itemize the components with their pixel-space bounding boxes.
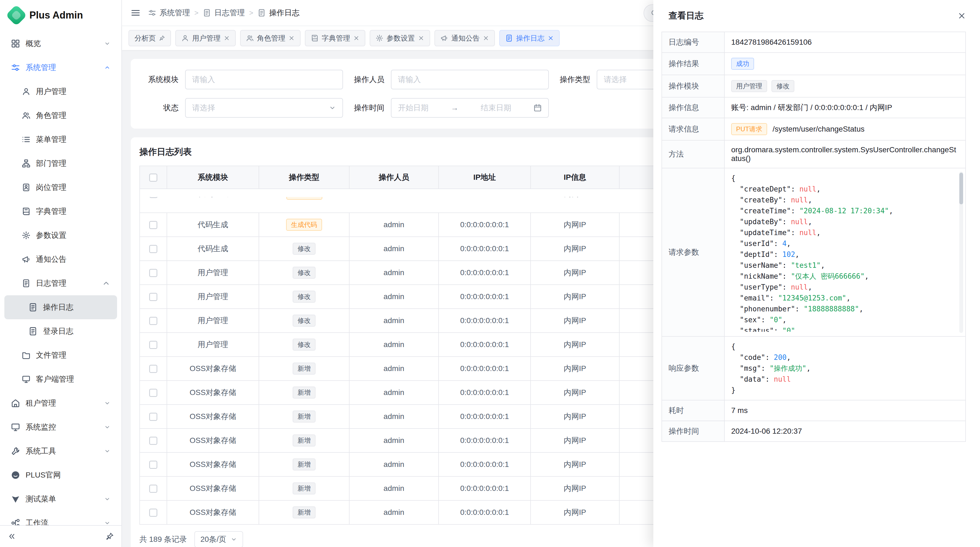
- sidebar-item-menu-mgmt[interactable]: 菜单管理: [4, 128, 117, 152]
- module-badge: 用户管理: [731, 80, 767, 92]
- row-checkbox[interactable]: [149, 437, 158, 445]
- detail-row-info: 操作信息 账号: admin / 研发部门 / 0:0:0:0:0:0:0:1 …: [662, 97, 966, 118]
- vite-icon: [11, 494, 20, 504]
- megaphone-icon: [441, 34, 448, 42]
- log-id-value: 1842781986426159106: [724, 32, 966, 53]
- row-checkbox[interactable]: [150, 197, 158, 198]
- tab-operation-log[interactable]: 操作日志: [499, 30, 560, 46]
- sidebar-item-dept-mgmt[interactable]: 部门管理: [4, 152, 117, 175]
- tab-notice[interactable]: 通知公告: [434, 30, 495, 46]
- row-checkbox[interactable]: [149, 245, 158, 253]
- sidebar-item-workflow[interactable]: 工作流: [4, 511, 117, 525]
- row-checkbox[interactable]: [149, 509, 158, 517]
- collapse-sidebar-icon[interactable]: [8, 532, 16, 541]
- chevron-down-icon: [231, 536, 237, 543]
- operator-input[interactable]: [391, 70, 549, 89]
- module-input[interactable]: [185, 70, 343, 89]
- page-size-select[interactable]: 20条/页: [194, 531, 243, 547]
- tab-param-settings[interactable]: 参数设置: [370, 30, 430, 46]
- row-checkbox[interactable]: [149, 389, 158, 397]
- monitor-icon: [11, 423, 20, 432]
- app-logo[interactable]: Plus Admin: [0, 0, 121, 30]
- sidebar-item-tenant-mgmt[interactable]: 租户管理: [4, 391, 117, 415]
- sidebar-item-system-mgmt[interactable]: 系统管理: [4, 56, 117, 80]
- document-icon: [203, 9, 211, 17]
- sidebar-item-dict-mgmt[interactable]: 字典管理: [4, 199, 117, 223]
- breadcrumb-operation-log[interactable]: 操作日志: [258, 8, 299, 18]
- sidebar-item-system-monitor[interactable]: 系统监控: [4, 415, 117, 439]
- chevron-down-icon: [104, 400, 111, 407]
- row-checkbox[interactable]: [149, 485, 158, 493]
- breadcrumb: 系统管理 > 日志管理 > 操作日志: [148, 8, 299, 18]
- status-select[interactable]: 请选择: [185, 98, 343, 118]
- close-icon[interactable]: [224, 35, 230, 41]
- tab-dict-mgmt[interactable]: 字典管理: [305, 30, 365, 46]
- sidebar-item-test-menu[interactable]: 测试菜单: [4, 487, 117, 511]
- row-checkbox[interactable]: [149, 461, 158, 469]
- filter-label-op-type: 操作类型: [549, 74, 597, 85]
- close-icon[interactable]: [958, 12, 966, 20]
- op-type-badge: 生成代码: [286, 197, 322, 200]
- document-icon: [28, 327, 38, 336]
- tab-role-mgmt[interactable]: 角色管理: [240, 30, 301, 46]
- scrollbar-thumb[interactable]: [959, 173, 963, 204]
- detail-row-request-params: 请求参数 { "createDept": null, "createBy": n…: [662, 168, 966, 336]
- chevron-up-icon: [102, 279, 111, 288]
- sidebar-item-user-mgmt[interactable]: 用户管理: [4, 80, 117, 104]
- row-checkbox[interactable]: [149, 413, 158, 421]
- breadcrumb-system-mgmt[interactable]: 系统管理: [148, 8, 190, 18]
- calendar-icon: [533, 104, 542, 112]
- close-icon[interactable]: [288, 35, 294, 41]
- sidebar-item-notice[interactable]: 通知公告: [4, 247, 117, 271]
- breadcrumb-separator: >: [249, 9, 253, 17]
- op-type-badge: 修改: [293, 291, 315, 303]
- close-icon[interactable]: [483, 35, 489, 41]
- breadcrumb-log-mgmt[interactable]: 日志管理: [203, 8, 245, 18]
- tab-user-mgmt[interactable]: 用户管理: [175, 30, 236, 46]
- sidebar-item-client-mgmt[interactable]: 客户端管理: [4, 367, 117, 391]
- gear-icon: [22, 231, 30, 240]
- op-type-badge: 新增: [293, 434, 315, 447]
- detail-row-module: 操作模块 用户管理 修改: [662, 75, 966, 97]
- sidebar-item-log-mgmt[interactable]: 日志管理: [4, 271, 117, 295]
- row-checkbox[interactable]: [149, 269, 158, 277]
- sidebar-item-login-log[interactable]: 登录日志: [4, 319, 117, 343]
- wrench-icon: [11, 447, 20, 456]
- close-icon[interactable]: [418, 35, 424, 41]
- filter-label-op-time: 操作时间: [343, 103, 391, 113]
- op-type-badge: 修改: [293, 315, 315, 327]
- sidebar-item-file-mgmt[interactable]: 文件管理: [4, 343, 117, 367]
- close-icon[interactable]: [548, 35, 554, 41]
- request-params-json: { "createDept": null, "createBy": null, …: [731, 173, 959, 332]
- detail-row-response-params: 响应参数 { "code": 200, "msg": "操作成功", "data…: [662, 336, 966, 400]
- sidebar-item-operation-log[interactable]: 操作日志: [4, 295, 117, 319]
- row-checkbox[interactable]: [149, 341, 158, 349]
- http-method-badge: PUT请求: [731, 123, 767, 135]
- workflow-icon: [11, 518, 20, 525]
- sidebar-item-system-tools[interactable]: 系统工具: [4, 439, 117, 463]
- row-checkbox[interactable]: [149, 293, 158, 301]
- pin-icon[interactable]: [106, 532, 114, 541]
- settings-icon: [11, 63, 20, 72]
- sidebar-item-post-mgmt[interactable]: 岗位管理: [4, 175, 117, 199]
- select-all-checkbox[interactable]: [149, 174, 158, 182]
- row-checkbox[interactable]: [149, 317, 158, 325]
- tab-analysis[interactable]: 分析页: [129, 30, 171, 46]
- detail-row-cost: 耗时 7 ms: [662, 400, 966, 421]
- sidebar-item-role-mgmt[interactable]: 角色管理: [4, 104, 117, 128]
- sidebar-item-overview[interactable]: 概览: [4, 32, 117, 56]
- close-icon[interactable]: [353, 35, 360, 41]
- date-range-picker[interactable]: 开始日期 → 结束日期: [391, 98, 549, 118]
- row-checkbox[interactable]: [149, 365, 158, 373]
- detail-row-request: 请求信息 PUT请求 /system/user/changeStatus: [662, 118, 966, 140]
- drawer-header: 查看日志: [653, 0, 980, 26]
- book-icon: [22, 207, 30, 216]
- row-checkbox[interactable]: [149, 221, 158, 229]
- sidebar-item-param-settings[interactable]: 参数设置: [4, 223, 117, 247]
- sidebar: Plus Admin 概览 系统管理 用户管理 角色管理: [0, 0, 122, 547]
- hamburger-menu-icon[interactable]: [130, 8, 140, 18]
- document-icon: [22, 279, 30, 288]
- op-time-value: 2024-10-06 12:20:37: [724, 421, 966, 442]
- sidebar-item-plus-site[interactable]: PLUS官网: [4, 463, 117, 487]
- arrow-right-icon: →: [451, 104, 458, 112]
